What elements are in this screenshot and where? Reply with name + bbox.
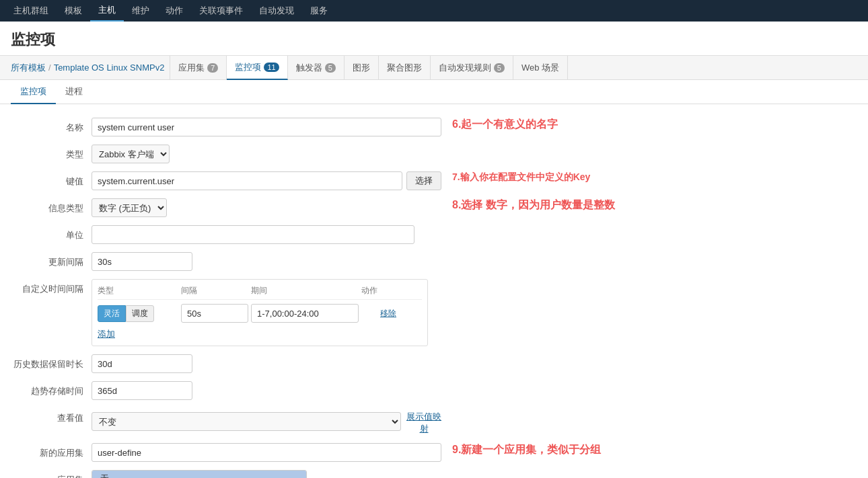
page-title: 监控项 xyxy=(0,22,868,56)
type-select[interactable]: Zabbix 客户端 xyxy=(92,145,170,163)
info-type-annotation: 8.选择 数字，因为用户数量是整数 xyxy=(452,198,615,212)
col-action: 动作 xyxy=(361,285,415,296)
key-input[interactable] xyxy=(92,171,402,190)
show-value-mapping-button[interactable]: 展示值映射 xyxy=(406,411,441,435)
custom-period-input[interactable] xyxy=(251,304,359,323)
key-row: 键值 选择 7.输入你在配置文件中定义的Key xyxy=(11,171,857,190)
nav-hosts[interactable]: 主机 xyxy=(90,0,124,22)
show-value-field: 不变 展示值映射 xyxy=(92,408,441,435)
add-button[interactable]: 添加 xyxy=(98,328,115,340)
custom-time-label: 自定义时间间隔 xyxy=(11,279,92,295)
trend-row: 趋势存储时间 xyxy=(11,381,857,400)
type-row: 类型 Zabbix 客户端 xyxy=(11,145,857,163)
history-field xyxy=(92,354,441,373)
unit-row: 单位 xyxy=(11,225,857,244)
breadcrumb-all-templates[interactable]: 所有模板 xyxy=(11,62,46,74)
tab-aggregate-graphs[interactable]: 聚合图形 xyxy=(379,56,431,80)
tab-web-scenarios[interactable]: Web 场景 xyxy=(513,56,568,80)
app-label: 应用集 xyxy=(11,470,92,478)
update-interval-label: 更新间隔 xyxy=(11,252,92,268)
col-interval: 间隔 xyxy=(181,285,248,296)
type-field: Zabbix 客户端 xyxy=(92,145,441,163)
custom-time-header: 类型 间隔 期间 动作 xyxy=(98,285,422,300)
tab-graphs[interactable]: 图形 xyxy=(345,56,379,80)
history-row: 历史数据保留时长 xyxy=(11,354,857,373)
new-app-row: 新的应用集 9.新建一个应用集，类似于分组 xyxy=(11,443,857,462)
trend-input[interactable] xyxy=(92,381,192,400)
unit-field xyxy=(92,225,441,244)
update-interval-row: 更新间隔 xyxy=(11,252,857,271)
nav-maintenance[interactable]: 维护 xyxy=(124,0,157,22)
custom-time-section: 类型 间隔 期间 动作 灵活调度 移除 添加 xyxy=(92,279,428,346)
new-app-label: 新的应用集 xyxy=(11,443,92,459)
schedule-button[interactable]: 调度 xyxy=(126,305,154,322)
type-label: 类型 xyxy=(11,145,92,161)
tab-app-sets[interactable]: 应用集7 xyxy=(170,56,227,80)
form-area: 名称 6.起一个有意义的名字 类型 Zabbix 客户端 键值 选择 7.输入你… xyxy=(0,104,868,478)
app-list: -无- CPU General Internal Items xyxy=(92,470,307,478)
sub-tab-processes[interactable]: 进程 xyxy=(56,80,92,104)
update-interval-field xyxy=(92,252,441,271)
new-app-field xyxy=(92,443,441,462)
show-value-label: 查看值 xyxy=(11,408,92,424)
show-value-row: 查看值 不变 展示值映射 xyxy=(11,408,857,435)
name-label: 名称 xyxy=(11,118,92,134)
unit-input[interactable] xyxy=(92,225,414,244)
trend-field xyxy=(92,381,441,400)
sub-tab-monitor-items[interactable]: 监控项 xyxy=(11,80,56,104)
name-input[interactable] xyxy=(92,118,441,136)
breadcrumb-nav: 所有模板 / Template OS Linux SNMPv2 应用集7 监控项… xyxy=(0,56,868,80)
flex-schedule-buttons: 灵活调度 xyxy=(98,305,178,322)
nav-host-groups[interactable]: 主机群组 xyxy=(5,0,57,22)
custom-time-field: 类型 间隔 期间 动作 灵活调度 移除 添加 xyxy=(92,279,441,346)
key-annotation: 7.输入你在配置文件中定义的Key xyxy=(452,171,590,184)
col-type: 类型 xyxy=(98,285,178,296)
breadcrumb-separator: / xyxy=(48,63,51,73)
nav-event-correlation[interactable]: 关联项事件 xyxy=(191,0,251,22)
name-row: 名称 6.起一个有意义的名字 xyxy=(11,118,857,136)
info-type-select[interactable]: 数字 (无正负) xyxy=(92,198,167,217)
key-select-button[interactable]: 选择 xyxy=(406,171,441,190)
show-value-select[interactable]: 不变 xyxy=(92,412,401,431)
tab-discovery-rules[interactable]: 自动发现规则5 xyxy=(431,56,513,80)
update-interval-input[interactable] xyxy=(92,252,192,271)
sub-tabs: 监控项 进程 xyxy=(0,80,868,104)
flexible-button[interactable]: 灵活 xyxy=(98,305,126,322)
info-type-row: 信息类型 数字 (无正负) 8.选择 数字，因为用户数量是整数 xyxy=(11,198,857,217)
nav-discovery[interactable]: 自动发现 xyxy=(251,0,302,22)
nav-actions[interactable]: 动作 xyxy=(157,0,191,22)
nav-services[interactable]: 服务 xyxy=(302,0,336,22)
key-label: 键值 xyxy=(11,171,92,188)
app-field: -无- CPU General Internal Items xyxy=(92,470,441,478)
tab-triggers[interactable]: 触发器5 xyxy=(288,56,345,80)
add-row: 添加 xyxy=(98,325,422,340)
app-list-item-none[interactable]: -无- xyxy=(92,471,306,478)
history-label: 历史数据保留时长 xyxy=(11,354,92,370)
custom-interval-input[interactable] xyxy=(181,304,248,323)
unit-label: 单位 xyxy=(11,225,92,241)
name-annotation: 6.起一个有意义的名字 xyxy=(452,118,558,132)
custom-time-row: 自定义时间间隔 类型 间隔 期间 动作 灵活调度 xyxy=(11,279,857,346)
remove-button[interactable]: 移除 xyxy=(361,308,415,319)
top-navigation: 主机群组 模板 主机 维护 动作 关联项事件 自动发现 服务 xyxy=(0,0,868,22)
nav-templates[interactable]: 模板 xyxy=(57,0,90,22)
info-type-label: 信息类型 xyxy=(11,198,92,214)
name-field xyxy=(92,118,441,136)
tab-monitor-items[interactable]: 监控项11 xyxy=(227,56,287,80)
new-app-annotation: 9.新建一个应用集，类似于分组 xyxy=(452,443,601,457)
trend-label: 趋势存储时间 xyxy=(11,381,92,397)
history-input[interactable] xyxy=(92,354,192,373)
new-app-input[interactable] xyxy=(92,443,441,462)
col-period: 期间 xyxy=(251,285,359,296)
app-row: 应用集 -无- CPU General Internal Items xyxy=(11,470,857,478)
info-type-field: 数字 (无正负) xyxy=(92,198,441,217)
breadcrumb-template-name[interactable]: Template OS Linux SNMPv2 xyxy=(54,63,165,73)
custom-time-data-row: 灵活调度 移除 xyxy=(98,304,422,323)
key-field: 选择 xyxy=(92,171,441,190)
